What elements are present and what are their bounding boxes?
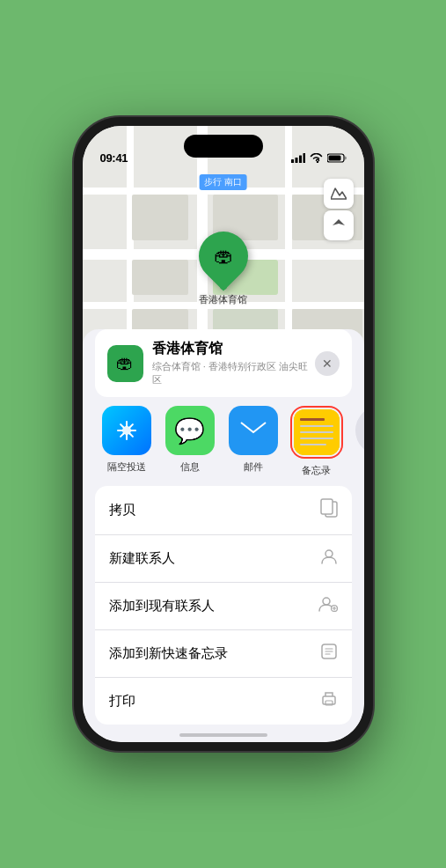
- svg-point-12: [325, 550, 333, 557]
- menu-item-new-contact[interactable]: 新建联系人: [95, 535, 352, 583]
- messages-label: 信息: [180, 460, 200, 474]
- notes-icon: [294, 409, 340, 455]
- share-item-messages[interactable]: 💬 信息: [158, 406, 222, 477]
- menu-section: 拷贝 新建联系人: [95, 486, 352, 725]
- status-time: 09:41: [100, 151, 128, 165]
- venue-card: 🏟 香港体育馆 综合体育馆 · 香港特别行政区 油尖旺区 ✕: [95, 329, 352, 397]
- svg-marker-7: [331, 188, 347, 199]
- status-icons: [291, 153, 347, 165]
- phone-screen: 09:41: [83, 126, 364, 742]
- pin-bubble: 🏟: [188, 221, 258, 291]
- messages-icon: 💬: [165, 406, 215, 455]
- signal-icon: [291, 153, 305, 165]
- share-item-mail[interactable]: 邮件: [222, 406, 285, 477]
- add-notes-icon: [320, 643, 338, 665]
- venue-card-subtitle: 综合体育馆 · 香港特别行政区 油尖旺区: [152, 360, 315, 386]
- svg-point-13: [323, 598, 330, 605]
- svg-rect-6: [328, 156, 340, 161]
- menu-item-print[interactable]: 打印: [95, 678, 352, 725]
- svg-rect-9: [239, 420, 267, 441]
- venue-card-title: 香港体育馆: [152, 340, 315, 358]
- menu-item-add-notes[interactable]: 添加到新快速备忘录: [95, 630, 352, 678]
- home-indicator: [179, 733, 267, 737]
- battery-icon: [327, 153, 347, 165]
- new-contact-icon: [320, 548, 338, 570]
- map-label-text: 南口: [224, 177, 242, 187]
- venue-card-icon: 🏟: [107, 345, 143, 382]
- map-controls: [324, 179, 354, 240]
- print-label: 打印: [109, 693, 135, 710]
- svg-rect-3: [303, 153, 305, 163]
- menu-item-add-contact[interactable]: 添加到现有联系人: [95, 583, 352, 630]
- svg-rect-1: [295, 158, 297, 163]
- map-type-button[interactable]: [324, 179, 354, 209]
- airdrop-label: 隔空投送: [107, 460, 146, 474]
- share-item-airdrop[interactable]: 隔空投送: [95, 406, 158, 477]
- new-contact-label: 新建联系人: [109, 550, 175, 567]
- venue-card-info: 香港体育馆 综合体育馆 · 香港特别行政区 油尖旺区: [152, 340, 315, 386]
- bottom-sheet: 🏟 香港体育馆 综合体育馆 · 香港特别行政区 油尖旺区 ✕: [83, 329, 364, 742]
- pin-label: 香港体育馆: [199, 293, 247, 306]
- print-icon: [320, 690, 338, 712]
- airdrop-icon: [102, 406, 151, 455]
- add-contact-icon: [318, 595, 338, 617]
- wifi-icon: [310, 153, 323, 165]
- share-item-notes[interactable]: 备忘录: [285, 406, 348, 477]
- notes-highlight: [290, 406, 343, 459]
- add-notes-label: 添加到新快速备忘录: [109, 645, 228, 662]
- svg-rect-2: [299, 156, 302, 164]
- mail-icon: [229, 406, 278, 455]
- location-button[interactable]: [324, 210, 354, 240]
- svg-rect-0: [291, 159, 294, 163]
- svg-point-4: [316, 161, 318, 163]
- copy-icon: [320, 498, 338, 522]
- svg-rect-11: [321, 499, 333, 514]
- venue-card-left: 🏟 香港体育馆 综合体育馆 · 香港特别行政区 油尖旺区: [107, 340, 315, 386]
- copy-label: 拷贝: [109, 502, 135, 519]
- close-button[interactable]: ✕: [315, 351, 340, 376]
- map-label-prefix: 步行: [204, 177, 222, 187]
- venue-pin: 🏟 香港体育馆: [199, 232, 248, 306]
- share-row: 隔空投送 💬 信息 邮: [83, 406, 364, 477]
- dynamic-island: [184, 135, 263, 158]
- map-label: 步行 南口: [199, 174, 247, 190]
- notes-label: 备忘录: [302, 464, 331, 477]
- add-contact-label: 添加到现有联系人: [109, 598, 215, 614]
- more-icon: [355, 406, 364, 455]
- menu-item-copy[interactable]: 拷贝: [95, 486, 352, 535]
- pin-inner: 🏟: [214, 245, 233, 268]
- phone-frame: 09:41: [74, 117, 373, 751]
- share-item-more[interactable]: 推荐: [348, 406, 364, 477]
- mail-label: 邮件: [244, 460, 263, 474]
